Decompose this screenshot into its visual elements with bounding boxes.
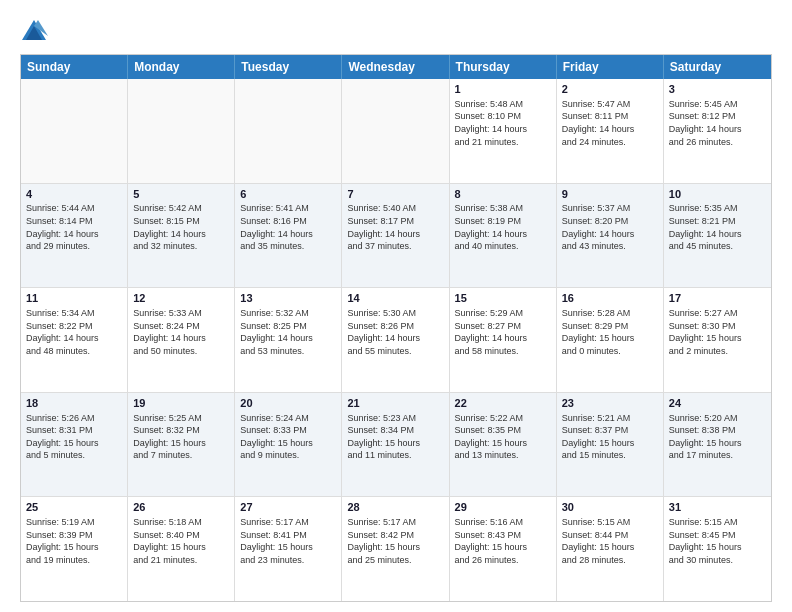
calendar-week-1: 1Sunrise: 5:48 AMSunset: 8:10 PMDaylight… <box>21 79 771 184</box>
cell-info-line: Sunset: 8:43 PM <box>455 529 551 542</box>
cell-info-line: Daylight: 14 hours <box>562 228 658 241</box>
cell-info-line: Sunset: 8:44 PM <box>562 529 658 542</box>
cell-info-line: Sunset: 8:41 PM <box>240 529 336 542</box>
cell-info-line: and 9 minutes. <box>240 449 336 462</box>
cell-info-line: Sunset: 8:14 PM <box>26 215 122 228</box>
cell-info-line: Sunset: 8:10 PM <box>455 110 551 123</box>
cell-info-line: Sunset: 8:19 PM <box>455 215 551 228</box>
cell-info-line: and 2 minutes. <box>669 345 766 358</box>
cell-info-line: and 15 minutes. <box>562 449 658 462</box>
day-number: 18 <box>26 396 122 411</box>
cell-info-line: and 35 minutes. <box>240 240 336 253</box>
header-day-thursday: Thursday <box>450 55 557 79</box>
calendar-header: SundayMondayTuesdayWednesdayThursdayFrid… <box>21 55 771 79</box>
cell-info-line: Sunrise: 5:40 AM <box>347 202 443 215</box>
header-day-wednesday: Wednesday <box>342 55 449 79</box>
cell-info-line: Sunrise: 5:32 AM <box>240 307 336 320</box>
day-cell-14: 14Sunrise: 5:30 AMSunset: 8:26 PMDayligh… <box>342 288 449 392</box>
cell-info-line: Sunset: 8:40 PM <box>133 529 229 542</box>
day-number: 23 <box>562 396 658 411</box>
cell-info-line: Sunset: 8:33 PM <box>240 424 336 437</box>
day-number: 15 <box>455 291 551 306</box>
cell-info-line: Sunset: 8:27 PM <box>455 320 551 333</box>
day-number: 17 <box>669 291 766 306</box>
cell-info-line: and 25 minutes. <box>347 554 443 567</box>
cell-info-line: Daylight: 14 hours <box>455 228 551 241</box>
cell-info-line: and 26 minutes. <box>669 136 766 149</box>
day-number: 16 <box>562 291 658 306</box>
header-day-friday: Friday <box>557 55 664 79</box>
cell-info-line: Daylight: 14 hours <box>669 123 766 136</box>
cell-info-line: and 7 minutes. <box>133 449 229 462</box>
day-cell-1: 1Sunrise: 5:48 AMSunset: 8:10 PMDaylight… <box>450 79 557 183</box>
cell-info-line: Daylight: 15 hours <box>562 332 658 345</box>
cell-info-line: Daylight: 15 hours <box>133 541 229 554</box>
cell-info-line: Sunrise: 5:21 AM <box>562 412 658 425</box>
day-cell-12: 12Sunrise: 5:33 AMSunset: 8:24 PMDayligh… <box>128 288 235 392</box>
cell-info-line: Sunrise: 5:44 AM <box>26 202 122 215</box>
calendar-week-4: 18Sunrise: 5:26 AMSunset: 8:31 PMDayligh… <box>21 393 771 498</box>
cell-info-line: Daylight: 15 hours <box>347 437 443 450</box>
cell-info-line: and 30 minutes. <box>669 554 766 567</box>
cell-info-line: Daylight: 14 hours <box>669 228 766 241</box>
cell-info-line: Daylight: 15 hours <box>669 332 766 345</box>
day-cell-5: 5Sunrise: 5:42 AMSunset: 8:15 PMDaylight… <box>128 184 235 288</box>
cell-info-line: Daylight: 14 hours <box>26 332 122 345</box>
day-cell-18: 18Sunrise: 5:26 AMSunset: 8:31 PMDayligh… <box>21 393 128 497</box>
empty-cell <box>21 79 128 183</box>
header <box>20 16 772 44</box>
cell-info-line: Sunrise: 5:27 AM <box>669 307 766 320</box>
cell-info-line: Sunrise: 5:38 AM <box>455 202 551 215</box>
cell-info-line: Daylight: 14 hours <box>240 228 336 241</box>
cell-info-line: and 37 minutes. <box>347 240 443 253</box>
day-number: 10 <box>669 187 766 202</box>
calendar-week-2: 4Sunrise: 5:44 AMSunset: 8:14 PMDaylight… <box>21 184 771 289</box>
cell-info-line: Sunset: 8:42 PM <box>347 529 443 542</box>
day-cell-10: 10Sunrise: 5:35 AMSunset: 8:21 PMDayligh… <box>664 184 771 288</box>
cell-info-line: Daylight: 15 hours <box>240 541 336 554</box>
day-number: 25 <box>26 500 122 515</box>
cell-info-line: and 53 minutes. <box>240 345 336 358</box>
cell-info-line: Daylight: 15 hours <box>562 541 658 554</box>
day-cell-26: 26Sunrise: 5:18 AMSunset: 8:40 PMDayligh… <box>128 497 235 601</box>
cell-info-line: and 5 minutes. <box>26 449 122 462</box>
cell-info-line: Sunset: 8:45 PM <box>669 529 766 542</box>
cell-info-line: and 21 minutes. <box>133 554 229 567</box>
day-cell-6: 6Sunrise: 5:41 AMSunset: 8:16 PMDaylight… <box>235 184 342 288</box>
cell-info-line: and 45 minutes. <box>669 240 766 253</box>
cell-info-line: Sunrise: 5:45 AM <box>669 98 766 111</box>
day-cell-27: 27Sunrise: 5:17 AMSunset: 8:41 PMDayligh… <box>235 497 342 601</box>
day-cell-11: 11Sunrise: 5:34 AMSunset: 8:22 PMDayligh… <box>21 288 128 392</box>
empty-cell <box>128 79 235 183</box>
empty-cell <box>342 79 449 183</box>
cell-info-line: Sunrise: 5:17 AM <box>240 516 336 529</box>
cell-info-line: and 55 minutes. <box>347 345 443 358</box>
cell-info-line: Sunset: 8:22 PM <box>26 320 122 333</box>
cell-info-line: Daylight: 15 hours <box>347 541 443 554</box>
cell-info-line: Daylight: 15 hours <box>455 541 551 554</box>
empty-cell <box>235 79 342 183</box>
day-cell-28: 28Sunrise: 5:17 AMSunset: 8:42 PMDayligh… <box>342 497 449 601</box>
day-number: 13 <box>240 291 336 306</box>
cell-info-line: Sunrise: 5:19 AM <box>26 516 122 529</box>
day-number: 21 <box>347 396 443 411</box>
cell-info-line: and 13 minutes. <box>455 449 551 462</box>
day-number: 11 <box>26 291 122 306</box>
day-cell-22: 22Sunrise: 5:22 AMSunset: 8:35 PMDayligh… <box>450 393 557 497</box>
day-number: 30 <box>562 500 658 515</box>
day-cell-8: 8Sunrise: 5:38 AMSunset: 8:19 PMDaylight… <box>450 184 557 288</box>
day-cell-17: 17Sunrise: 5:27 AMSunset: 8:30 PMDayligh… <box>664 288 771 392</box>
day-number: 9 <box>562 187 658 202</box>
cell-info-line: Daylight: 15 hours <box>455 437 551 450</box>
day-cell-24: 24Sunrise: 5:20 AMSunset: 8:38 PMDayligh… <box>664 393 771 497</box>
cell-info-line: Sunrise: 5:33 AM <box>133 307 229 320</box>
cell-info-line: Daylight: 15 hours <box>26 541 122 554</box>
cell-info-line: Sunrise: 5:29 AM <box>455 307 551 320</box>
cell-info-line: Daylight: 14 hours <box>133 332 229 345</box>
day-number: 24 <box>669 396 766 411</box>
calendar-week-5: 25Sunrise: 5:19 AMSunset: 8:39 PMDayligh… <box>21 497 771 601</box>
day-number: 3 <box>669 82 766 97</box>
cell-info-line: Sunset: 8:24 PM <box>133 320 229 333</box>
cell-info-line: Sunrise: 5:48 AM <box>455 98 551 111</box>
day-cell-30: 30Sunrise: 5:15 AMSunset: 8:44 PMDayligh… <box>557 497 664 601</box>
